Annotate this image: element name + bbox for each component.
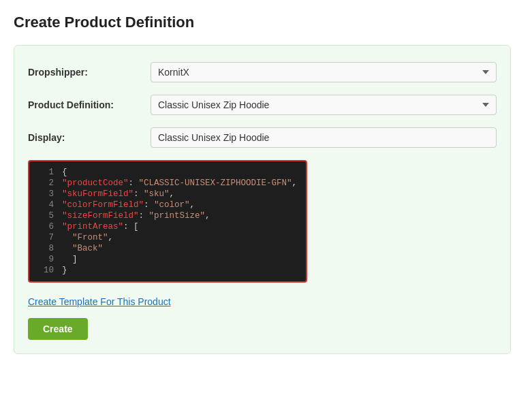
json-line-7: 7 "Front", (29, 232, 306, 243)
line-content: "skuFormField": "sku", (62, 189, 174, 199)
line-number: 2 (35, 178, 54, 188)
product-definition-row: Product Definition: Classic Unisex Zip H… (28, 95, 497, 115)
json-line-3: 3 "skuFormField": "sku", (29, 189, 306, 200)
line-content: } (62, 266, 67, 275)
line-number: 5 (35, 211, 54, 221)
create-template-link[interactable]: Create Template For This Product (28, 296, 171, 307)
line-content: "productCode": "CLASSIC-UNISEX-ZIPHOODIE… (62, 178, 297, 188)
dropshipper-label: Dropshipper: (28, 67, 151, 78)
json-viewer-area: 1 { 2 "productCode": "CLASSIC-UNISEX-ZIP… (28, 160, 497, 283)
line-number: 10 (35, 266, 54, 275)
json-line-5: 5 "sizeFormField": "printSize", (29, 210, 306, 221)
display-row: Display: Classic Unisex Zip Hoodie (28, 127, 497, 148)
json-line-4: 4 "colorFormField": "color", (29, 200, 306, 210)
line-number: 1 (35, 168, 54, 177)
product-definition-label: Product Definition: (28, 99, 151, 110)
product-definition-select[interactable]: Classic Unisex Zip Hoodie Other Product (151, 95, 497, 115)
dropshipper-row: Dropshipper: KornitX Other (28, 62, 497, 82)
json-line-6: 6 "printAreas": [ (29, 221, 306, 232)
json-line-8: 8 "Back" (29, 243, 306, 254)
line-number: 9 (35, 255, 54, 264)
line-content: "Back" (62, 244, 103, 253)
line-content: "sizeFormField": "printSize", (62, 211, 210, 221)
dropshipper-select[interactable]: KornitX Other (151, 62, 497, 82)
page-title: Create Product Definition (14, 14, 518, 31)
json-line-10: 10 } (29, 265, 306, 276)
json-line-1: 1 { (29, 167, 306, 178)
line-number: 4 (35, 200, 54, 210)
display-value: Classic Unisex Zip Hoodie (151, 127, 497, 148)
line-content: "colorFormField": "color", (62, 200, 195, 210)
line-content: ] (62, 255, 78, 264)
line-content: "printAreas": [ (62, 222, 139, 232)
line-content: "Front", (62, 233, 113, 242)
json-line-9: 9 ] (29, 254, 306, 265)
create-button[interactable]: Create (28, 318, 88, 340)
json-viewer: 1 { 2 "productCode": "CLASSIC-UNISEX-ZIP… (28, 160, 307, 283)
line-number: 6 (35, 222, 54, 232)
json-line-2: 2 "productCode": "CLASSIC-UNISEX-ZIPHOOD… (29, 178, 306, 189)
line-number: 7 (35, 233, 54, 242)
line-content: { (62, 168, 67, 177)
line-number: 8 (35, 244, 54, 253)
create-product-card: Dropshipper: KornitX Other Product Defin… (14, 45, 511, 354)
line-number: 3 (35, 189, 54, 199)
display-label: Display: (28, 132, 151, 143)
